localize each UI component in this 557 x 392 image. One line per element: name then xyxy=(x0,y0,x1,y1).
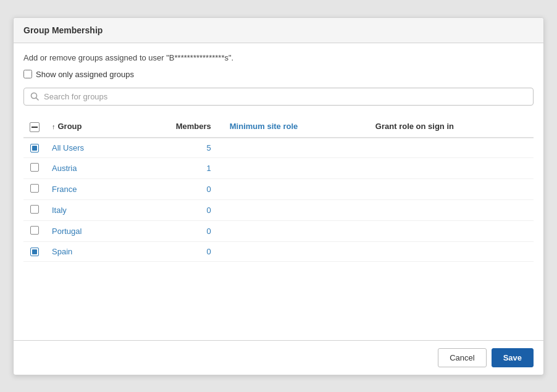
show-assigned-checkbox[interactable] xyxy=(23,70,32,78)
grant-role-cell xyxy=(369,241,534,261)
group-name-cell: France xyxy=(46,178,126,199)
row-checkbox-cell[interactable] xyxy=(23,178,46,199)
group-name-cell: Portugal xyxy=(46,220,126,241)
grant-role-cell xyxy=(369,199,534,220)
grant-role-cell xyxy=(369,138,534,158)
save-button[interactable]: Save xyxy=(492,348,534,367)
header-checkbox[interactable] xyxy=(30,122,40,132)
group-name-cell: Austria xyxy=(46,157,126,178)
dialog-title: Group Membership xyxy=(23,25,103,35)
row-checkbox-cell[interactable] xyxy=(23,199,46,220)
row-checkbox-cell[interactable] xyxy=(23,157,46,178)
cancel-button[interactable]: Cancel xyxy=(438,348,486,367)
group-membership-dialog: Group Membership Add or remove groups as… xyxy=(13,17,544,375)
members-col-header: Members xyxy=(126,115,224,138)
group-name-cell: Italy xyxy=(46,199,126,220)
grant-role-cell xyxy=(369,157,534,178)
members-cell: 1 xyxy=(126,157,224,178)
min-role-col-header: Minimum site role xyxy=(224,115,369,138)
row-checkbox-cell[interactable] xyxy=(23,220,46,241)
search-input[interactable] xyxy=(44,92,527,101)
show-assigned-label[interactable]: Show only assigned groups xyxy=(23,70,134,79)
members-cell: 0 xyxy=(126,241,224,261)
min-role-cell xyxy=(224,138,369,158)
row-checkbox[interactable] xyxy=(30,226,39,235)
row-checkbox[interactable] xyxy=(30,184,39,193)
table-body: All Users5Austria1France0Italy0Portugal0… xyxy=(23,138,534,262)
min-role-cell xyxy=(224,178,369,199)
show-assigned-row: Show only assigned groups xyxy=(23,70,534,79)
group-name-cell: All Users xyxy=(46,138,126,158)
sort-arrow-icon: ↑ xyxy=(52,123,56,130)
members-cell: 0 xyxy=(126,178,224,199)
table-row: Italy0 xyxy=(23,199,534,220)
svg-line-1 xyxy=(36,98,39,101)
search-bar xyxy=(23,88,534,106)
table-row: All Users5 xyxy=(23,138,534,158)
row-checkbox[interactable] xyxy=(30,163,39,172)
table-row: Spain0 xyxy=(23,241,534,261)
show-assigned-text: Show only assigned groups xyxy=(36,70,134,79)
group-name-cell: Spain xyxy=(46,241,126,261)
search-icon xyxy=(30,92,39,101)
header-checkbox-cell[interactable] xyxy=(23,115,46,138)
row-checkbox[interactable] xyxy=(30,248,39,256)
members-cell: 0 xyxy=(126,199,224,220)
dialog-footer: Cancel Save xyxy=(14,340,543,375)
min-role-cell xyxy=(224,220,369,241)
grant-role-cell xyxy=(369,220,534,241)
table-row: Portugal0 xyxy=(23,220,534,241)
dialog-header: Group Membership xyxy=(14,18,543,43)
members-cell: 0 xyxy=(126,220,224,241)
table-header-row: ↑Group Members Minimum site role Grant r… xyxy=(23,115,534,138)
min-role-cell xyxy=(224,157,369,178)
row-checkbox-cell[interactable] xyxy=(23,241,46,261)
table-row: France0 xyxy=(23,178,534,199)
row-checkbox[interactable] xyxy=(30,144,39,152)
grant-role-col-header: Grant role on sign in xyxy=(369,115,534,138)
group-col-header: ↑Group xyxy=(46,115,126,138)
grant-role-cell xyxy=(369,178,534,199)
members-cell: 5 xyxy=(126,138,224,158)
row-checkbox[interactable] xyxy=(30,205,39,214)
minus-icon xyxy=(31,127,38,128)
table-row: Austria1 xyxy=(23,157,534,178)
dialog-body: Add or remove groups assigned to user "B… xyxy=(14,43,543,340)
dialog-description: Add or remove groups assigned to user "B… xyxy=(23,53,534,62)
groups-table: ↑Group Members Minimum site role Grant r… xyxy=(23,115,534,262)
min-role-cell xyxy=(224,199,369,220)
row-checkbox-cell[interactable] xyxy=(23,138,46,158)
min-role-cell xyxy=(224,241,369,261)
